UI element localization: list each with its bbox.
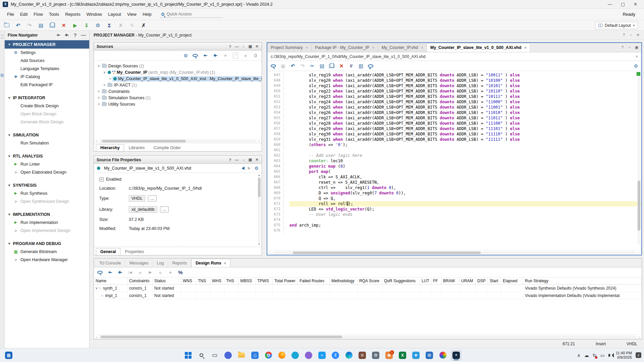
flow-nav-item-open-implemented-design[interactable]: >Open Implemented Design: [5, 227, 89, 235]
menu-reports[interactable]: Reports: [62, 10, 84, 18]
column-header-name[interactable]: Name: [94, 278, 127, 284]
edge-icon[interactable]: [343, 350, 354, 361]
help-button[interactable]: ?: [228, 45, 232, 49]
close-icon[interactable]: ×: [524, 46, 526, 50]
library-input[interactable]: xil_defaultlib: [129, 206, 157, 213]
code-line-664[interactable]: 664 generic map (8): [267, 164, 641, 169]
code-line-651[interactable]: 651 slv_reg23 when (axi_araddr(ADDR_LSB+…: [267, 94, 641, 99]
close-icon[interactable]: ×: [372, 46, 374, 50]
redo-icon[interactable]: ↷: [27, 22, 32, 28]
tree-item-my-counter-ip[interactable]: ∨My_Counter_IP(arch_imp) (My_Counter_IP.…: [95, 69, 262, 75]
focus-assist-icon[interactable]: z: [636, 352, 641, 358]
column-header-run-strategy[interactable]: Run Strategy: [523, 278, 642, 284]
column-header-uram[interactable]: URAM: [460, 278, 476, 284]
tab-design-runs[interactable]: Design Runs×: [191, 259, 230, 267]
chevron-right-icon[interactable]: >: [108, 77, 112, 80]
status-count[interactable]: 0: [253, 53, 258, 59]
browse-button[interactable]: …: [160, 206, 169, 213]
store-icon[interactable]: ⌂: [250, 350, 260, 361]
step-back-icon[interactable]: «: [138, 269, 143, 276]
close-button[interactable]: ✕: [255, 158, 259, 162]
code-line-673[interactable]: 673 -- User logic ends: [267, 212, 641, 217]
step-icon[interactable]: ⇩: [84, 22, 89, 28]
code-line-647[interactable]: 647 slv_reg19 when (axi_araddr(ADDR_LSB+…: [267, 72, 641, 78]
flow-section-program-and-debug[interactable]: ∨PROGRAM AND DEBUG: [5, 239, 89, 248]
editor-hscrollbar[interactable]: ‹ ›: [267, 250, 641, 255]
column-header-dsp[interactable]: DSP: [476, 278, 488, 284]
tab-libraries[interactable]: Libraries: [125, 144, 149, 151]
code-line-666[interactable]: 666 clk => S_AXI_ACLK,: [267, 174, 641, 180]
code-line-650[interactable]: 650 slv_reg22 when (axi_araddr(ADDR_LSB+…: [267, 88, 641, 94]
zoom-icon[interactable]: Z: [330, 350, 341, 361]
flow-nav-item-settings[interactable]: ⚙Settings: [5, 49, 89, 57]
browse-button[interactable]: …: [148, 195, 157, 201]
column-header-elapsed[interactable]: Elapsed: [501, 278, 523, 284]
maximize-button[interactable]: ▢: [621, 2, 625, 7]
run-row-synth-1[interactable]: ∨▷synth_1constrs_1Not startedVivado Synt…: [94, 285, 642, 292]
minimize-button[interactable]: —: [608, 2, 612, 7]
flow-nav-item-edit-packaged-ip[interactable]: Edit Packaged IP: [5, 81, 89, 89]
chevron-right-icon[interactable]: >: [97, 102, 101, 106]
comment-icon[interactable]: //: [348, 63, 354, 69]
flow-nav-item-create-block-design[interactable]: Create Block Design: [5, 102, 89, 110]
collapse-all-icon[interactable]: [56, 33, 61, 37]
float-button[interactable]: ▫: [241, 45, 246, 49]
chevron-right-icon[interactable]: >: [97, 89, 101, 93]
excel-icon[interactable]: X: [397, 350, 408, 361]
close-button[interactable]: ✕: [255, 44, 259, 49]
close-icon[interactable]: ×: [306, 46, 308, 50]
code-line-665[interactable]: 665 port map(: [267, 169, 641, 174]
save-icon[interactable]: ▣: [280, 63, 286, 69]
step-forward-icon[interactable]: »: [158, 269, 163, 276]
column-header-total-power[interactable]: Total Power: [273, 278, 298, 284]
tab-my-counter-ip-vhd[interactable]: My_Counter_IP.vhd×: [378, 43, 427, 52]
help-button[interactable]: ?: [622, 33, 626, 37]
flow-section-project-manager[interactable]: ∨PROJECT MANAGER: [5, 40, 89, 49]
code-line-663[interactable]: 663 counter: lec10: [267, 158, 641, 164]
file-explorer-icon[interactable]: [236, 350, 247, 361]
menu-layout[interactable]: Layout: [105, 10, 124, 18]
column-header-rqa-score[interactable]: RQA Score: [358, 278, 382, 284]
code-line-662[interactable]: 662 -- Add user logic here: [267, 153, 641, 158]
menu-help[interactable]: Help: [140, 10, 155, 18]
run-icon[interactable]: ▶: [72, 22, 78, 28]
column-header-bram[interactable]: BRAM: [441, 278, 460, 284]
column-header-status[interactable]: Status: [153, 278, 181, 284]
scroll-left-icon[interactable]: ‹: [95, 335, 99, 339]
code-line-653[interactable]: 653 slv_reg25 when (axi_araddr(ADDR_LSB+…: [267, 105, 641, 110]
column-header-lut[interactable]: LUT: [420, 278, 431, 284]
tree-item-constraints[interactable]: >Constraints: [95, 88, 262, 95]
help-doc-icon[interactable]: ?: [233, 53, 238, 59]
taskbar-clock[interactable]: 11:40 PM 3/9/2025: [616, 351, 632, 360]
close-icon[interactable]: ×: [636, 54, 638, 59]
copy-icon[interactable]: [50, 23, 55, 27]
float-button[interactable]: ▫: [629, 33, 633, 37]
start-button[interactable]: [182, 350, 193, 361]
search-icon[interactable]: [271, 64, 276, 67]
tab-package-ip-my-counter-ip[interactable]: Package IP - My_Counter_IP×: [312, 43, 378, 52]
gear-icon[interactable]: ⚙: [254, 166, 259, 171]
open-project-icon[interactable]: [4, 23, 9, 27]
code-line-648[interactable]: 648 slv_reg20 when (axi_araddr(ADDR_LSB+…: [267, 78, 641, 83]
menu-flow[interactable]: Flow: [31, 10, 46, 18]
code-line-667[interactable]: 667 reset_n => S_AXI_ARESETN,: [267, 180, 641, 185]
tray-expand-icon[interactable]: ∧: [577, 353, 580, 358]
chat-icon[interactable]: [223, 350, 233, 361]
max-button[interactable]: ▣: [248, 44, 252, 49]
vscode-icon[interactable]: ‹›: [317, 350, 327, 361]
tab-project-summary[interactable]: Project Summary×: [267, 43, 312, 52]
tab-properties[interactable]: Properties: [121, 248, 148, 255]
menu-window[interactable]: Window: [84, 10, 105, 18]
sources-hscrollbar[interactable]: ‹ ›: [94, 139, 262, 143]
enabled-checkbox[interactable]: ✓: [99, 177, 104, 182]
min-button[interactable]: —: [235, 158, 239, 162]
close-button[interactable]: ✕: [636, 33, 640, 37]
column-header-failed-routes[interactable]: Failed Routes: [298, 278, 330, 284]
sum-icon[interactable]: Σ: [107, 22, 112, 28]
column-header-tns[interactable]: TNS: [196, 278, 210, 284]
flow-section-rtl-analysis[interactable]: ∨RTL ANALYSIS: [5, 152, 89, 160]
flow-section-ip-integrator[interactable]: ∨IP INTEGRATOR: [5, 94, 89, 102]
chevron-down-icon[interactable]: ∨: [95, 286, 98, 290]
paste-icon[interactable]: [329, 64, 334, 68]
float-button[interactable]: ▫: [241, 158, 246, 162]
